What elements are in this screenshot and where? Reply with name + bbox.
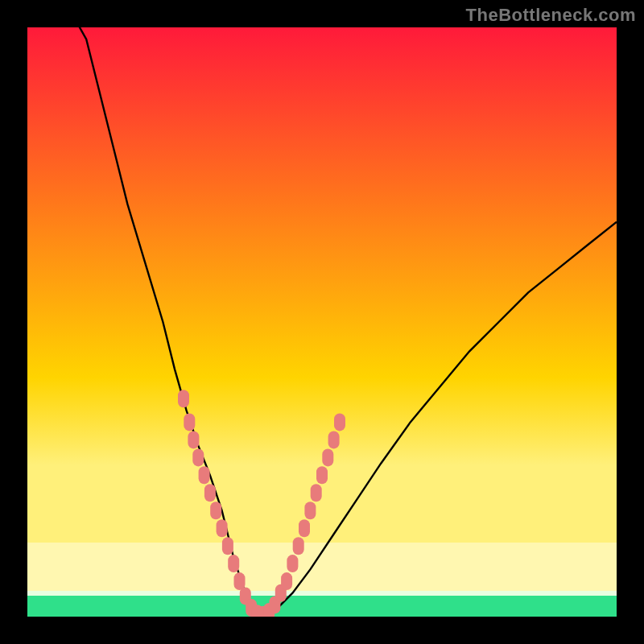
curve-marker (204, 484, 216, 502)
green-band (27, 596, 617, 617)
curve-marker (299, 519, 310, 537)
curve-marker (222, 537, 233, 555)
watermark-text: TheBottleneck.com (466, 5, 636, 26)
curve-marker (293, 537, 304, 555)
curve-marker (192, 448, 204, 466)
curve-marker (287, 555, 298, 572)
pale-band (27, 543, 617, 591)
curve-marker (188, 431, 199, 448)
curve-marker (228, 555, 239, 572)
chart-frame: TheBottleneck.com (0, 0, 644, 644)
curve-marker (304, 502, 316, 519)
curve-marker (234, 572, 246, 590)
chart-svg (27, 27, 617, 617)
curve-marker (334, 413, 345, 431)
curve-marker (217, 519, 228, 537)
curve-marker (316, 466, 328, 484)
curve-marker (281, 572, 292, 590)
gradient-background (27, 27, 617, 543)
curve-marker (178, 390, 189, 407)
divider-band (27, 591, 617, 596)
curve-marker (328, 431, 340, 448)
curve-marker (311, 484, 322, 502)
curve-marker (210, 502, 221, 519)
curve-marker (184, 413, 195, 431)
curve-marker (322, 448, 333, 466)
plot-area (27, 27, 617, 617)
curve-marker (199, 466, 210, 484)
